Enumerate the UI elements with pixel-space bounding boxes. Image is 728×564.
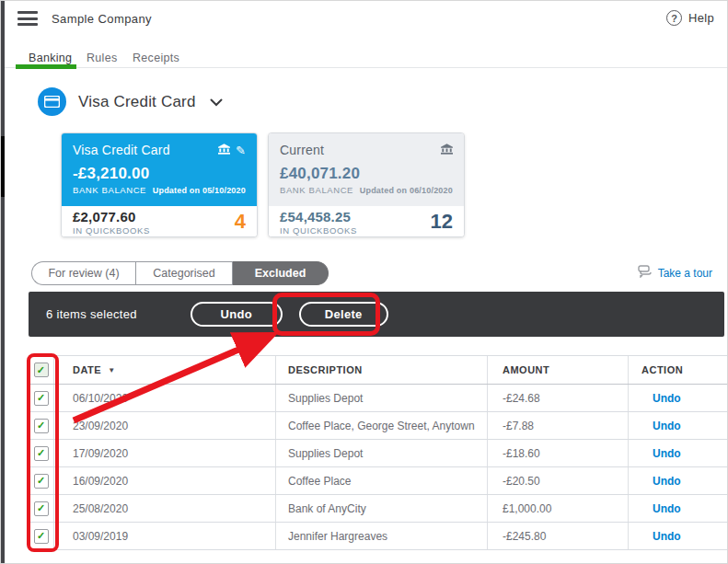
tab-rules[interactable]: Rules (87, 52, 117, 64)
table-row: ✓ 23/09/2020 Coffee Place, George Street… (29, 412, 728, 440)
row-date: 16/09/2020 (53, 467, 275, 494)
review-filter-tabs: For review (4) Categorised Excluded (31, 261, 329, 285)
column-header-date[interactable]: DATE ▼ (53, 356, 275, 384)
row-description: Bank of AnyCity (275, 495, 487, 522)
table-row: ✓ 16/09/2020 Coffee Place -£20.50 Undo (29, 467, 728, 495)
bank-balance-label: BANK BALANCE (280, 185, 353, 195)
table-header: ✓ DATE ▼ DESCRIPTION AMOUNT ACTION (29, 355, 728, 385)
tab-divider (5, 67, 727, 68)
help-button[interactable]: ? Help (666, 10, 714, 26)
sort-desc-icon: ▼ (108, 366, 115, 374)
bank-icon (441, 142, 453, 158)
row-date: 25/08/2020 (53, 495, 275, 522)
transaction-count-badge: 4 (235, 210, 246, 234)
active-tab-underline (16, 64, 76, 69)
transactions-table: ✓ DATE ▼ DESCRIPTION AMOUNT ACTION ✓ 06/… (29, 355, 728, 550)
row-checkbox[interactable]: ✓ (34, 419, 49, 433)
account-card-visa[interactable]: Visa Credit Card ✎ -£3,210.00 BANK BALAN… (61, 132, 258, 237)
card-title: Current (280, 143, 324, 157)
column-header-description: DESCRIPTION (275, 356, 487, 384)
table-row: ✓ 25/08/2020 Bank of AnyCity £1,000.00 U… (29, 495, 728, 523)
row-checkbox[interactable]: ✓ (34, 446, 49, 461)
scrollbar-thumb[interactable] (1, 136, 5, 197)
row-amount: -£7.88 (487, 412, 628, 439)
account-header: Visa Credit Card (38, 87, 223, 116)
select-all-checkbox[interactable]: ✓ (34, 363, 49, 377)
filter-for-review[interactable]: For review (4) (31, 261, 135, 285)
delete-button[interactable]: Delete (299, 302, 388, 327)
tab-banking[interactable]: Banking (29, 52, 72, 64)
card-title: Visa Credit Card (73, 143, 170, 157)
take-a-tour-link[interactable]: Take a tour (638, 265, 712, 282)
help-icon: ? (666, 10, 682, 26)
row-undo-link[interactable]: Undo (653, 447, 681, 460)
row-checkbox[interactable]: ✓ (34, 529, 49, 544)
selection-action-bar: 6 items selected Undo Delete (29, 292, 724, 337)
edit-pencil-icon[interactable]: ✎ (236, 144, 246, 156)
row-date: 03/09/2019 (53, 523, 275, 549)
bank-balance-amount: -£3,210.00 (73, 165, 246, 183)
row-date: 23/09/2020 (53, 412, 275, 439)
top-bar: Sample Company ? Help (5, 1, 727, 38)
hamburger-menu-icon[interactable] (17, 11, 38, 26)
tour-icon (638, 265, 653, 282)
row-checkbox[interactable]: ✓ (34, 474, 49, 489)
tab-receipts[interactable]: Receipts (133, 52, 179, 64)
row-description: Supplies Depot (275, 440, 487, 466)
bank-icon (218, 142, 230, 158)
table-row: ✓ 03/09/2019 Jennifer Hargreaves -£245.8… (29, 523, 728, 550)
undo-button[interactable]: Undo (191, 302, 283, 327)
account-card-current[interactable]: Current £40,071.20 BANK BALANCE Updated … (268, 132, 465, 237)
account-selector[interactable]: Visa Credit Card (78, 93, 196, 111)
table-row: ✓ 06/10/2020 Supplies Depot -£24.68 Undo (29, 385, 728, 412)
bank-balance-amount: £40,071.20 (280, 165, 453, 183)
transaction-count-badge: 12 (431, 210, 453, 234)
row-undo-link[interactable]: Undo (653, 530, 681, 543)
in-quickbooks-amount: £54,458.25 (280, 209, 357, 224)
row-amount: -£24.68 (487, 385, 628, 411)
bank-balance-label: BANK BALANCE (73, 185, 146, 195)
company-name: Sample Company (52, 12, 152, 26)
row-amount: £1,000.00 (487, 495, 628, 522)
updated-date: Updated on 05/10/2020 (153, 186, 246, 195)
updated-date: Updated on 06/10/2020 (360, 186, 453, 195)
selected-count-text: 6 items selected (46, 307, 137, 321)
row-description: Supplies Depot (275, 385, 487, 411)
row-description: Coffee Place (275, 467, 487, 494)
row-amount: -£245.80 (487, 523, 628, 549)
row-amount: -£20.50 (487, 467, 628, 494)
in-quickbooks-amount: £2,077.60 (73, 209, 150, 224)
credit-card-icon (38, 87, 66, 116)
row-undo-link[interactable]: Undo (653, 502, 681, 515)
row-checkbox[interactable]: ✓ (34, 391, 49, 406)
collapsed-sidebar-edge (1, 1, 5, 564)
row-date: 17/09/2020 (53, 440, 275, 466)
column-header-amount: AMOUNT (487, 356, 628, 384)
row-undo-link[interactable]: Undo (653, 392, 681, 405)
row-undo-link[interactable]: Undo (653, 420, 681, 432)
banking-page: Sample Company ? Help Banking Rules Rece… (0, 0, 728, 564)
filter-excluded[interactable]: Excluded (233, 261, 329, 285)
chevron-down-icon[interactable] (210, 94, 223, 110)
in-quickbooks-label: IN QUICKBOOKS (73, 225, 150, 236)
table-row: ✓ 17/09/2020 Supplies Depot -£18.60 Undo (29, 440, 728, 467)
row-description: Jennifer Hargreaves (275, 523, 487, 549)
column-header-action: ACTION (628, 356, 728, 384)
filter-categorised[interactable]: Categorised (135, 261, 233, 285)
table-body: ✓ 06/10/2020 Supplies Depot -£24.68 Undo… (29, 385, 728, 550)
row-description: Coffee Place, George Street, Anytown (275, 412, 487, 439)
row-date: 06/10/2020 (53, 385, 275, 411)
in-quickbooks-label: IN QUICKBOOKS (280, 225, 357, 236)
row-checkbox[interactable]: ✓ (34, 501, 49, 516)
row-undo-link[interactable]: Undo (653, 475, 681, 488)
row-amount: -£18.60 (487, 440, 628, 466)
